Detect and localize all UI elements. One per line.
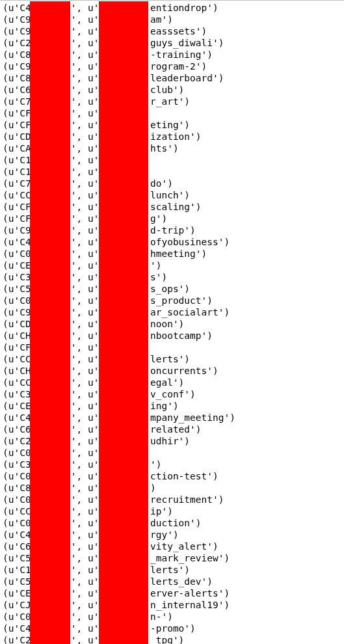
redaction-bar-right [99,1,148,644]
redaction-bar-left [30,1,70,644]
